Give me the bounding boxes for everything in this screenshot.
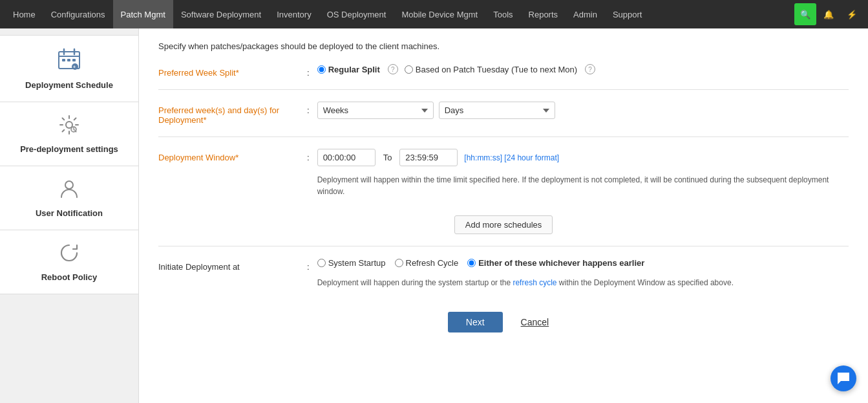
main-layout: + Deployment Schedule Pre-deployment set… <box>0 28 868 403</box>
preferred-week-day-row: Preferred week(s) and day(s) for Deploym… <box>158 102 849 125</box>
nav-inventory[interactable]: Inventory <box>269 0 319 28</box>
radio-system-startup[interactable]: System Startup <box>317 258 386 268</box>
preferred-week-split-label: Preferred Week Split* <box>158 64 307 78</box>
nav-admin[interactable]: Admin <box>566 0 605 28</box>
initiate-deployment-row: Initiate Deployment at : System Startup … <box>158 258 849 287</box>
bell-icon[interactable]: 🔔 <box>818 3 840 25</box>
nav-patch-mgmt[interactable]: Patch Mgmt <box>113 0 173 28</box>
deployment-window-label: Deployment Window* <box>158 149 307 162</box>
add-more-schedules-button[interactable]: Add more schedules <box>454 215 553 234</box>
svg-point-9 <box>66 122 72 128</box>
svg-rect-4 <box>62 59 65 61</box>
time-to-label: To <box>383 153 392 162</box>
nav-support[interactable]: Support <box>605 0 650 28</box>
svg-rect-6 <box>72 59 76 61</box>
lightning-icon[interactable]: ⚡ <box>841 3 863 25</box>
gear-icon <box>58 114 80 140</box>
sidebar: + Deployment Schedule Pre-deployment set… <box>0 28 139 403</box>
time-from-input[interactable] <box>317 149 376 166</box>
week-day-control: Weeks Week 1 Week 2 Week 3 Week 4 Days M… <box>317 102 555 119</box>
svg-point-11 <box>65 181 73 189</box>
radio-either[interactable]: Either of these whichever happens earlie… <box>467 258 644 268</box>
radio-refresh-cycle[interactable]: Refresh Cycle <box>395 258 459 268</box>
deployment-window-control: To [hh:mm:ss] [24 hour format] Deploymen… <box>317 149 849 197</box>
colon-3: : <box>307 149 310 162</box>
deployment-window-note: Deployment will happen within the time l… <box>317 174 849 197</box>
sidebar-deployment-schedule-label: Deployment Schedule <box>25 80 113 90</box>
refresh-cycle-highlight: refresh cycle <box>513 278 556 287</box>
initiate-deployment-note: Deployment will happen during the system… <box>317 278 734 287</box>
preferred-week-day-label: Preferred week(s) and day(s) for Deploym… <box>158 102 307 125</box>
nav-tools[interactable]: Tools <box>485 0 520 28</box>
next-button[interactable]: Next <box>448 312 503 332</box>
radio-either-label: Either of these whichever happens earlie… <box>478 258 644 268</box>
time-hint: [hh:mm:ss] [24 hour format] <box>464 153 559 162</box>
colon-4: : <box>307 258 310 272</box>
initiate-deployment-label: Initiate Deployment at <box>158 258 307 272</box>
sidebar-pre-deployment-label: Pre-deployment settings <box>20 144 118 154</box>
radio-patch-tuesday-label: Based on Patch Tuesday (Tue to next Mon) <box>416 65 577 74</box>
nav-reports[interactable]: Reports <box>521 0 566 28</box>
page-description: Specify when patches/packages should be … <box>158 41 849 51</box>
svg-rect-5 <box>67 59 70 61</box>
colon-2: : <box>307 102 310 115</box>
top-nav: Home Configurations Patch Mgmt Software … <box>0 0 868 28</box>
sidebar-item-user-notification[interactable]: User Notification <box>0 166 138 230</box>
radio-system-startup-label: System Startup <box>328 258 386 268</box>
days-select[interactable]: Days Monday Tuesday Wednesday Thursday F… <box>439 102 555 119</box>
nav-configurations[interactable]: Configurations <box>43 0 113 28</box>
user-icon <box>58 178 80 204</box>
sidebar-item-deployment-schedule[interactable]: + Deployment Schedule <box>0 35 138 102</box>
radio-regular-split[interactable]: Regular Split <box>317 65 380 74</box>
sidebar-item-reboot-policy[interactable]: Reboot Policy <box>0 230 138 294</box>
search-icon[interactable]: 🔍 <box>794 3 816 25</box>
nav-os-deployment[interactable]: OS Deployment <box>319 0 394 28</box>
sidebar-reboot-policy-label: Reboot Policy <box>41 272 98 282</box>
initiate-deployment-control: System Startup Refresh Cycle Either of t… <box>317 258 849 287</box>
weeks-select[interactable]: Weeks Week 1 Week 2 Week 3 Week 4 <box>317 102 434 119</box>
nav-mobile-device-mgmt[interactable]: Mobile Device Mgmt <box>394 0 485 28</box>
nav-software-deployment[interactable]: Software Deployment <box>173 0 269 28</box>
regular-split-help-icon[interactable]: ? <box>388 64 398 74</box>
preferred-week-split-control: Regular Split ? Based on Patch Tuesday (… <box>317 64 595 74</box>
preferred-week-split-row: Preferred Week Split* : Regular Split ? … <box>158 64 849 78</box>
add-schedule-container: Add more schedules <box>158 209 849 234</box>
reboot-icon <box>58 242 80 268</box>
cancel-button[interactable]: Cancel <box>511 312 560 332</box>
bottom-bar: Next Cancel <box>158 300 849 339</box>
main-content: Specify when patches/packages should be … <box>139 28 868 403</box>
nav-home[interactable]: Home <box>5 0 43 28</box>
calendar-icon: + <box>57 47 81 76</box>
deployment-window-row: Deployment Window* : To [hh:mm:ss] [24 h… <box>158 149 849 197</box>
sidebar-item-pre-deployment[interactable]: Pre-deployment settings <box>0 102 138 166</box>
colon-1: : <box>307 64 310 78</box>
sidebar-user-notification-label: User Notification <box>36 208 103 218</box>
time-to-input[interactable] <box>399 149 458 166</box>
svg-text:+: + <box>73 65 76 69</box>
patch-tuesday-help-icon[interactable]: ? <box>585 64 595 74</box>
chat-bubble[interactable] <box>831 365 856 391</box>
radio-refresh-cycle-label: Refresh Cycle <box>406 258 459 268</box>
radio-regular-split-label: Regular Split <box>328 65 380 74</box>
radio-patch-tuesday[interactable]: Based on Patch Tuesday (Tue to next Mon) <box>405 65 577 74</box>
